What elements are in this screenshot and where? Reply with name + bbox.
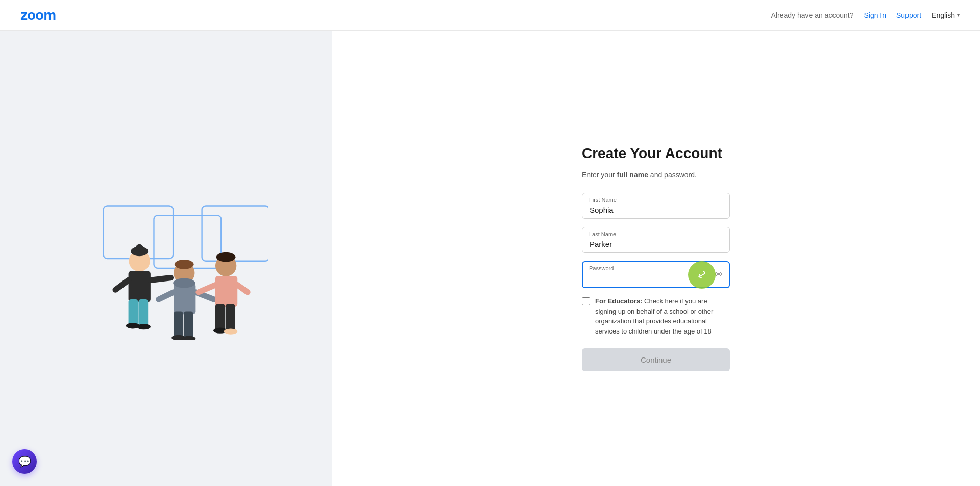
svg-rect-27 xyxy=(226,304,235,330)
cursor-arrow-icon: ↩ xyxy=(695,267,709,283)
chevron-down-icon: ▾ xyxy=(957,12,960,18)
support-link[interactable]: Support xyxy=(896,11,921,19)
header-nav: Already have an account? Sign In Support… xyxy=(771,11,960,19)
educator-bold-label: For Educators: xyxy=(595,297,642,305)
continue-button[interactable]: Continue xyxy=(582,348,730,371)
eye-icon[interactable]: 👁 xyxy=(715,270,723,279)
svg-point-24 xyxy=(216,252,236,262)
language-label: English xyxy=(932,11,955,19)
svg-rect-25 xyxy=(215,275,237,306)
svg-rect-7 xyxy=(129,299,138,326)
svg-rect-8 xyxy=(138,299,148,326)
svg-point-31 xyxy=(224,328,237,334)
svg-point-14 xyxy=(175,259,194,269)
svg-point-11 xyxy=(126,323,139,328)
first-name-group: First Name xyxy=(582,193,730,219)
main-layout: Create Your Account Enter your full name… xyxy=(0,31,980,486)
header: zoom Already have an account? Sign In Su… xyxy=(0,0,980,31)
svg-line-10 xyxy=(115,280,128,290)
zoom-logo: zoom xyxy=(20,7,56,23)
first-name-input[interactable] xyxy=(582,193,730,219)
svg-point-16 xyxy=(173,278,195,288)
subtitle-bold: full name xyxy=(617,171,648,179)
password-group: Password ↩ 👁 xyxy=(582,261,730,288)
form-title: Create Your Account xyxy=(582,145,730,162)
svg-rect-17 xyxy=(174,311,183,338)
subtitle-pre: Enter your xyxy=(582,171,617,179)
illustration xyxy=(64,177,268,340)
last-name-group: Last Name xyxy=(582,227,730,253)
cursor-indicator: ↩ xyxy=(688,261,716,289)
subtitle-post: and password. xyxy=(648,171,697,179)
left-panel xyxy=(0,31,332,486)
svg-rect-6 xyxy=(129,271,151,302)
educator-section: For Educators: Check here if you are sig… xyxy=(582,296,730,336)
svg-point-12 xyxy=(137,324,151,329)
chat-bubble[interactable]: 💬 xyxy=(12,449,37,474)
last-name-input[interactable] xyxy=(582,227,730,253)
svg-line-9 xyxy=(151,277,171,280)
sign-in-link[interactable]: Sign In xyxy=(864,11,886,19)
svg-line-20 xyxy=(159,292,174,299)
svg-rect-18 xyxy=(184,311,193,338)
svg-point-5 xyxy=(136,244,143,251)
right-panel: Create Your Account Enter your full name… xyxy=(332,31,980,486)
educator-checkbox[interactable] xyxy=(582,297,590,305)
svg-rect-2 xyxy=(202,206,268,261)
form-subtitle: Enter your full name and password. xyxy=(582,170,730,181)
form-container: Create Your Account Enter your full name… xyxy=(582,145,730,371)
svg-rect-26 xyxy=(215,304,225,330)
language-selector[interactable]: English ▾ xyxy=(932,11,960,19)
svg-line-29 xyxy=(237,285,248,292)
svg-line-28 xyxy=(199,285,215,292)
educator-text: For Educators: Check here if you are sig… xyxy=(595,296,730,336)
chat-icon: 💬 xyxy=(18,455,31,468)
already-text: Already have an account? xyxy=(771,11,854,19)
